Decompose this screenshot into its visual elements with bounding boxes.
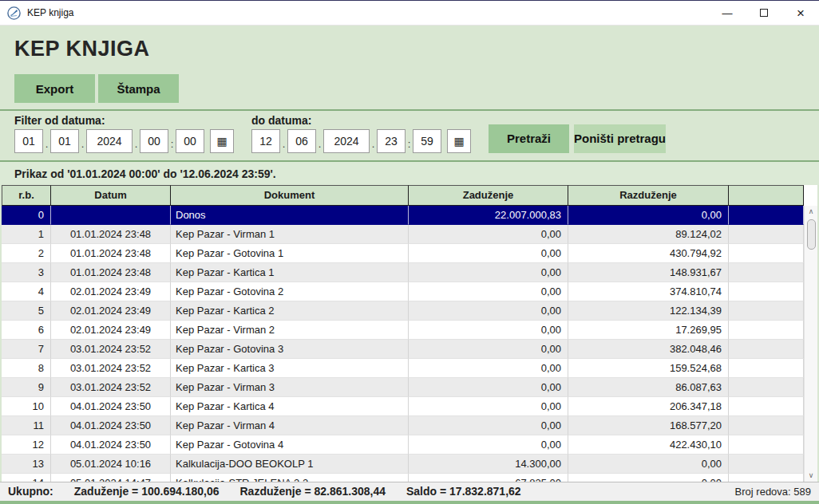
cell-empty [729,225,804,244]
cell-datum: 02.01.2024 23:49 [51,282,171,301]
cell-dokument: Kep Pazar - Gotovina 3 [171,340,409,359]
cell-dokument: Kalkulacija-STR JELENA 2 2 [171,474,409,482]
kep-table: r.b. Datum Dokument Zaduženje Razduženje… [2,185,817,482]
table-row[interactable]: 11 04.01.2024 23:50 Kep Pazar - Virman 4… [2,416,804,435]
table-row[interactable]: 3 01.01.2024 23:48 Kep Pazar - Kartica 1… [2,263,804,282]
reset-search-button[interactable]: Poništi pretragu [574,124,666,153]
cell-empty [729,474,804,482]
cell-zaduzenje: 67.835,00 [409,474,568,482]
cell-razduzenje: 168.577,20 [568,416,729,435]
from-year-input[interactable] [86,129,133,153]
cell-razduzenje: 86.087,63 [568,378,729,397]
table-row[interactable]: 0 Donos 22.007.000,83 0,00 [2,206,804,225]
cell-razduzenje: 159.524,68 [568,359,729,378]
table-row[interactable]: 13 05.01.2024 10:16 Kalkulacija-DOO BEOK… [2,455,804,474]
table-row[interactable]: 10 04.01.2024 23:50 Kep Pazar - Kartica … [2,397,804,416]
filter-from-label: Filter od datuma: [14,114,234,127]
filter-to-label: do datuma: [251,114,471,127]
export-button[interactable]: Export [14,74,95,103]
table-row[interactable]: 1 01.01.2024 23:48 Kep Pazar - Virman 1 … [2,225,804,244]
titlebar: KEP knjiga — × [0,1,819,26]
cell-dokument: Kep Pazar - Gotovina 1 [171,244,409,263]
table-row[interactable]: 7 03.01.2024 23:52 Kep Pazar - Gotovina … [2,340,804,359]
scrollbar-thumb[interactable] [807,219,816,250]
cell-datum: 03.01.2024 23:52 [51,340,171,359]
cell-empty [729,397,804,416]
column-header-rb[interactable]: r.b. [2,185,51,206]
cell-empty [729,435,804,455]
date-separator: . [370,138,377,153]
column-header-empty[interactable] [729,185,804,206]
cell-dokument: Kep Pazar - Virman 4 [171,416,409,435]
calendar-icon: ▦ [216,135,227,148]
scroll-down-icon[interactable]: ∨ [809,470,814,482]
time-separator: : [168,138,176,153]
column-header-zaduzenje[interactable]: Zaduženje [409,185,568,206]
table-row[interactable]: 8 03.01.2024 23:52 Kep Pazar - Kartica 3… [2,359,804,378]
cell-razduzenje: 422.430,10 [568,435,729,455]
from-hour-input[interactable] [140,129,168,153]
column-header-dokument[interactable]: Dokument [171,185,409,206]
scrollbar-track[interactable] [805,218,817,470]
scroll-up-icon[interactable]: ∧ [809,206,814,218]
cell-dokument: Kep Pazar - Kartica 3 [171,359,409,378]
cell-zaduzenje: 14.300,00 [409,455,568,474]
table-row[interactable]: 6 02.01.2024 23:49 Kep Pazar - Virman 2 … [2,321,804,340]
table-row[interactable]: 14 05.01.2024 14:47 Kalkulacija-STR JELE… [2,474,804,482]
date-separator: . [316,138,323,153]
table-row[interactable]: 4 02.01.2024 23:49 Kep Pazar - Gotovina … [2,282,804,301]
maximize-icon [760,9,768,17]
cell-rb: 5 [2,301,51,321]
cell-datum: 03.01.2024 23:52 [51,378,171,397]
vertical-scrollbar[interactable]: ∧ ∨ [804,206,817,482]
from-month-input[interactable] [50,129,79,153]
cell-razduzenje: 0,00 [568,206,729,225]
cell-empty [729,321,804,340]
row-count: Broj redova: 589 [735,486,811,498]
column-header-datum[interactable]: Datum [51,185,171,206]
cell-zaduzenje: 0,00 [409,378,568,397]
summary-text: Prikaz od '01.01.2024 00:00' do '12.06.2… [14,167,276,180]
print-button[interactable]: Štampa [98,74,179,103]
cell-empty [729,244,804,263]
cell-dokument: Kep Pazar - Kartica 4 [171,397,409,416]
cell-dokument: Kep Pazar - Virman 3 [171,378,409,397]
table-row[interactable]: 9 03.01.2024 23:52 Kep Pazar - Virman 3 … [2,378,804,397]
table-row[interactable]: 5 02.01.2024 23:49 Kep Pazar - Kartica 2… [2,301,804,321]
maximize-button[interactable] [746,1,782,25]
minimize-button[interactable]: — [709,1,746,25]
to-minute-input[interactable] [413,129,441,153]
column-header-razduzenje[interactable]: Razduženje [568,185,729,206]
cell-razduzenje: 0,00 [568,455,729,474]
table-row[interactable]: 12 04.01.2024 23:50 Kep Pazar - Gotovina… [2,435,804,455]
razduzenje-total: Razduženje = 82.861.308,44 [240,485,386,498]
cell-zaduzenje: 0,00 [409,340,568,359]
cell-rb: 7 [2,340,51,359]
from-calendar-button[interactable]: ▦ [210,129,234,153]
cell-zaduzenje: 0,00 [409,282,568,301]
cell-zaduzenje: 0,00 [409,225,568,244]
cell-razduzenje: 382.048,46 [568,340,729,359]
cell-rb: 1 [2,225,51,244]
cell-zaduzenje: 0,00 [409,263,568,282]
cell-empty [729,282,804,301]
cell-rb: 2 [2,244,51,263]
cell-zaduzenje: 0,00 [409,416,568,435]
filter-to-group: do datuma: . . . : ▦ [251,114,471,153]
to-day-input[interactable] [251,129,280,153]
cell-datum: 04.01.2024 23:50 [51,416,171,435]
to-calendar-button[interactable]: ▦ [447,129,471,153]
cell-zaduzenje: 0,00 [409,244,568,263]
to-year-input[interactable] [323,129,370,153]
cell-datum: 02.01.2024 23:49 [51,301,171,321]
table-row[interactable]: 2 01.01.2024 23:48 Kep Pazar - Gotovina … [2,244,804,263]
from-day-input[interactable] [14,129,43,153]
cell-dokument: Kep Pazar - Gotovina 4 [171,435,409,455]
to-month-input[interactable] [287,129,316,153]
to-hour-input[interactable] [377,129,406,153]
filter-bar: Filter od datuma: . . . : ▦ do datuma: [0,111,819,160]
search-button[interactable]: Pretraži [489,124,569,153]
close-button[interactable]: × [782,1,819,25]
from-minute-input[interactable] [176,129,204,153]
cell-dokument: Kalkulacija-DOO BEOKOLP 1 [171,455,409,474]
